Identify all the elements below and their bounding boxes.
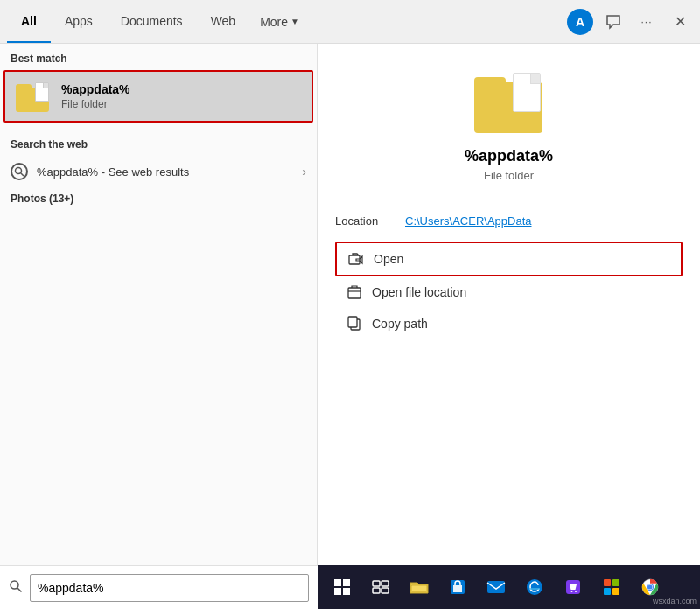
svg-line-3 [18,588,22,592]
taskbar: wsxdan.com [318,565,700,609]
user-avatar[interactable]: A [567,9,593,35]
svg-point-26 [648,585,653,590]
svg-rect-14 [487,581,505,593]
web-result-item[interactable]: %appdata% - See web results › [0,156,317,187]
search-window: All Apps Documents Web More ▼ A [0,0,700,609]
copy-path-button[interactable]: Copy path [335,308,682,340]
folder-icon [16,80,51,112]
tab-web[interactable]: Web [197,0,250,43]
feedback-button[interactable] [600,9,626,35]
content-area: Best match %appdata% File folder Search … [0,44,700,609]
svg-rect-10 [373,588,380,593]
svg-point-2 [10,581,18,589]
edge-button[interactable] [517,570,552,605]
svg-rect-7 [348,317,357,327]
location-label: Location [335,214,405,228]
location-row: Location C:\Users\ACER\AppData [335,211,682,231]
tabs: All Apps Documents Web More ▼ [7,0,567,43]
result-folder-icon [474,70,544,133]
result-title: %appdata% [465,147,553,165]
windows-start-button[interactable] [325,570,360,605]
open-button[interactable]: Open [335,242,682,276]
svg-rect-8 [373,581,380,586]
right-panel: %appdata% File folder Location C:\Users\… [318,44,700,609]
open-file-location-icon [346,284,363,301]
file-explorer-button[interactable] [402,570,437,605]
chevron-down-icon: ▼ [290,17,299,26]
svg-point-18 [575,591,577,592]
web-search-label: Search the web [0,130,317,156]
best-match-item[interactable]: %appdata% File folder [4,70,313,122]
result-subtitle: File folder [484,169,534,182]
svg-rect-5 [348,288,360,298]
svg-point-0 [16,168,22,174]
watermark-text: wsxdan.com [653,597,696,606]
photos-section: Photos (13+) [0,187,317,210]
game-button[interactable] [594,570,629,605]
open-file-location-button[interactable]: Open file location [335,276,682,308]
web-result-text: %appdata% - See web results [37,165,293,178]
mail-button[interactable] [479,570,514,605]
svg-rect-20 [612,579,620,586]
shopping-button[interactable] [556,570,591,605]
svg-line-1 [21,173,24,177]
web-search-section: Search the web %appdata% - See web resul… [0,130,317,187]
copy-path-label: Copy path [372,317,428,331]
more-options-button[interactable]: ··· [634,9,660,35]
location-link[interactable]: C:\Users\ACER\AppData [405,214,532,228]
search-input[interactable] [30,574,309,602]
svg-rect-22 [612,588,620,595]
svg-point-17 [571,591,573,592]
tab-more[interactable]: More ▼ [249,0,310,43]
svg-rect-21 [604,588,611,595]
open-file-location-label: Open file location [372,285,466,299]
left-spacer [0,210,317,609]
store-button[interactable] [440,570,475,605]
open-label: Open [374,252,403,266]
search-bar-icon [9,579,23,597]
tab-apps[interactable]: Apps [51,0,107,43]
copy-path-icon [346,315,363,332]
search-bar [0,565,318,609]
svg-rect-12 [411,585,427,592]
item-name: %appdata% [61,82,130,96]
search-icon [10,163,28,180]
svg-rect-4 [349,256,360,264]
best-match-label: Best match [0,44,317,70]
tab-all[interactable]: All [7,0,51,43]
tab-documents[interactable]: Documents [107,0,197,43]
divider [335,200,682,200]
task-view-button[interactable] [363,570,398,605]
item-type: File folder [61,98,130,110]
best-match-text: %appdata% File folder [61,82,130,110]
left-panel: Best match %appdata% File folder Search … [0,44,318,609]
svg-rect-9 [382,581,388,586]
title-bar: All Apps Documents Web More ▼ A [0,0,700,44]
svg-rect-11 [382,588,388,593]
title-bar-actions: A ··· ✕ [567,9,693,35]
svg-rect-19 [604,579,611,586]
chevron-right-icon: › [302,164,306,178]
open-icon [347,250,365,268]
close-button[interactable]: ✕ [667,9,693,35]
